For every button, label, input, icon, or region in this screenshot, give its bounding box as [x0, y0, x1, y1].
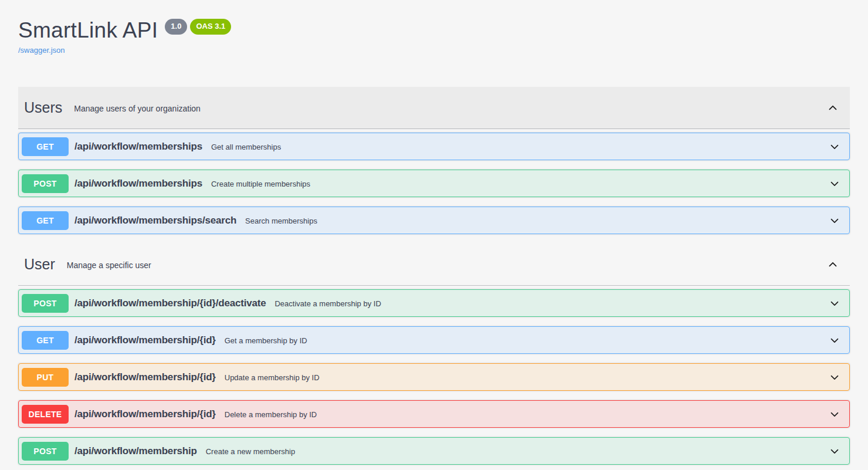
- endpoint-summary: Get all memberships: [211, 143, 281, 151]
- chevron-down-icon[interactable]: [828, 297, 841, 310]
- page-title: SmartLink API: [18, 18, 158, 43]
- endpoint-path: /api/workflow/membership: [74, 445, 197, 457]
- method-badge: POST: [22, 442, 69, 461]
- method-badge: DELETE: [22, 405, 69, 424]
- section-endpoints: GET /api/workflow/memberships Get all me…: [18, 129, 850, 234]
- chevron-down-icon[interactable]: [828, 445, 841, 458]
- section-endpoints: POST /api/workflow/membership/{id}/deact…: [18, 286, 850, 465]
- endpoint-summary: Deactivate a membership by ID: [274, 299, 381, 308]
- method-badge: POST: [22, 174, 69, 193]
- method-badge: GET: [22, 137, 69, 156]
- chevron-down-icon[interactable]: [828, 177, 841, 190]
- endpoint-summary: Search memberships: [245, 217, 317, 225]
- chevron-up-icon[interactable]: [826, 258, 839, 271]
- endpoint-path: /api/workflow/memberships: [74, 178, 202, 190]
- endpoint-path: /api/workflow/membership/{id}: [74, 408, 216, 420]
- tag-section: User Manage a specific user POST /api/wo…: [18, 244, 850, 465]
- title-badges: 1.0 OAS 3.1: [165, 19, 231, 35]
- method-badge: GET: [22, 331, 69, 350]
- section-description: Manage users of your organization: [74, 104, 201, 113]
- chevron-down-icon[interactable]: [828, 334, 841, 347]
- spec-file-link[interactable]: /swagger.json: [18, 46, 65, 55]
- tag-section: Users Manage users of your organization …: [18, 87, 850, 234]
- oas-badge: OAS 3.1: [190, 19, 231, 35]
- method-badge: GET: [22, 211, 69, 230]
- chevron-down-icon[interactable]: [828, 408, 841, 421]
- endpoint-path: /api/workflow/memberships: [74, 141, 202, 153]
- chevron-up-icon[interactable]: [826, 102, 839, 114]
- endpoint-summary: Update a membership by ID: [225, 373, 320, 382]
- page-container: SmartLink API 1.0 OAS 3.1 /swagger.json …: [18, 0, 850, 465]
- endpoint-row[interactable]: GET /api/workflow/memberships Get all me…: [18, 133, 850, 160]
- endpoint-summary: Get a membership by ID: [225, 336, 307, 345]
- endpoint-summary: Delete a membership by ID: [225, 410, 317, 419]
- section-header[interactable]: Users Manage users of your organization: [18, 87, 850, 129]
- api-info-header: SmartLink API 1.0 OAS 3.1 /swagger.json: [18, 0, 850, 55]
- section-header[interactable]: User Manage a specific user: [18, 244, 850, 286]
- endpoint-row[interactable]: PUT /api/workflow/membership/{id} Update…: [18, 363, 850, 391]
- endpoint-row[interactable]: DELETE /api/workflow/membership/{id} Del…: [18, 400, 850, 428]
- endpoint-path: /api/workflow/membership/{id}: [74, 334, 216, 346]
- method-badge: PUT: [22, 368, 69, 387]
- endpoint-row[interactable]: POST /api/workflow/memberships Create mu…: [18, 170, 850, 197]
- section-title: User: [24, 256, 55, 273]
- endpoint-row[interactable]: POST /api/workflow/membership/{id}/deact…: [18, 289, 850, 317]
- endpoint-row[interactable]: GET /api/workflow/membership/{id} Get a …: [18, 326, 850, 354]
- chevron-down-icon[interactable]: [828, 140, 841, 153]
- endpoint-summary: Create a new membership: [206, 447, 295, 456]
- endpoint-path: /api/workflow/memberships/search: [74, 215, 236, 226]
- endpoint-path: /api/workflow/membership/{id}: [74, 371, 216, 383]
- section-title: Users: [24, 99, 62, 116]
- api-sections: Users Manage users of your organization …: [18, 87, 850, 465]
- version-badge: 1.0: [165, 19, 187, 35]
- endpoint-path: /api/workflow/membership/{id}/deactivate: [74, 297, 266, 309]
- chevron-down-icon[interactable]: [828, 214, 841, 227]
- section-description: Manage a specific user: [67, 261, 151, 270]
- endpoint-row[interactable]: GET /api/workflow/memberships/search Sea…: [18, 207, 850, 234]
- method-badge: POST: [22, 294, 69, 313]
- chevron-down-icon[interactable]: [828, 371, 841, 384]
- endpoint-row[interactable]: POST /api/workflow/membership Create a n…: [18, 437, 850, 465]
- endpoint-summary: Create multiple memberships: [211, 180, 310, 188]
